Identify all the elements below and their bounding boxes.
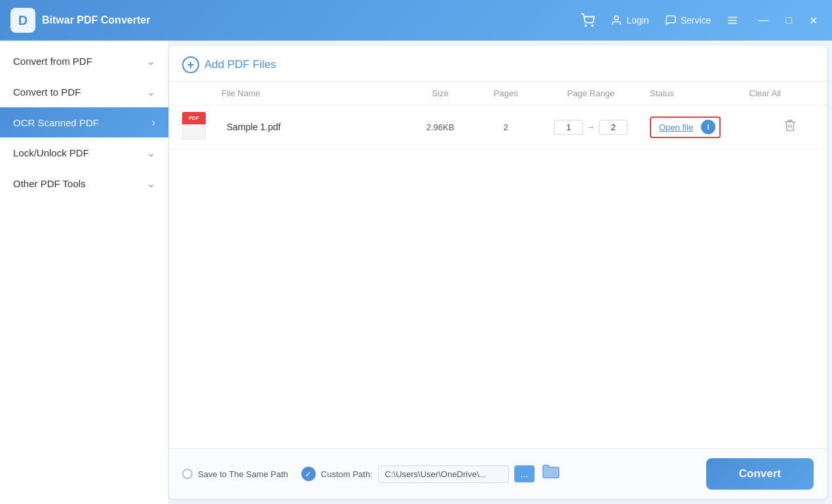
table-row: PDF Sample 1.pdf 2.96KB 2 →: [169, 105, 827, 149]
chevron-down-icon: ⌄: [147, 55, 155, 67]
convert-button[interactable]: Convert: [706, 458, 814, 490]
add-pdf-files-button[interactable]: + Add PDF Files: [182, 56, 276, 73]
path-dots-button[interactable]: ...: [514, 465, 535, 482]
svg-text:PDF: PDF: [189, 115, 199, 121]
svg-point-2: [586, 25, 587, 26]
custom-path-option: ✓ Custom Path: ...: [301, 465, 562, 483]
svg-point-4: [615, 16, 618, 20]
pdf-file-icon: PDF: [182, 112, 206, 139]
sidebar-item-convert-to-pdf[interactable]: Convert to PDF ⌄: [0, 77, 168, 107]
sidebar-label: OCR Scanned PDF: [13, 117, 99, 128]
content-header: + Add PDF Files: [169, 46, 827, 82]
custom-path-label: Custom Path:: [321, 469, 373, 479]
file-pages: 2: [480, 122, 532, 132]
chevron-right-icon: ›: [152, 117, 155, 128]
close-button[interactable]: ✕: [805, 13, 822, 28]
sidebar: Convert from PDF ⌄ Convert to PDF ⌄ OCR …: [0, 41, 169, 504]
content-area: + Add PDF Files File Name Size Pages Pag…: [169, 46, 827, 499]
chevron-down-icon: ⌄: [147, 147, 155, 159]
delete-file-button[interactable]: [781, 116, 799, 139]
page-range: →: [532, 120, 650, 135]
sidebar-label: Lock/Unlock PDF: [13, 147, 89, 158]
file-table: File Name Size Pages Page Range Status C…: [169, 82, 827, 448]
sidebar-item-convert-from-pdf[interactable]: Convert from PDF ⌄: [0, 46, 168, 77]
svg-text:D: D: [18, 13, 28, 27]
login-label: Login: [626, 15, 649, 26]
status-highlight-box: Open file i: [650, 117, 721, 138]
add-files-label: Add PDF Files: [204, 58, 276, 71]
col-status-header: Status Clear All: [650, 88, 781, 98]
login-button[interactable]: Login: [611, 14, 649, 26]
open-file-button[interactable]: Open file: [655, 120, 697, 135]
custom-path-input[interactable]: [378, 465, 509, 483]
service-label: Service: [681, 15, 711, 26]
chevron-down-icon: ⌄: [147, 177, 155, 190]
file-name: Sample 1.pdf: [221, 122, 401, 132]
chevron-down-icon: ⌄: [147, 86, 155, 98]
menu-button[interactable]: [727, 14, 738, 26]
sidebar-label: Other PDF Tools: [13, 178, 86, 189]
clear-all-button[interactable]: Clear All: [749, 88, 781, 98]
radio-unchecked-icon: [182, 469, 193, 479]
col-size: Size: [401, 88, 480, 98]
cart-button[interactable]: [580, 13, 595, 27]
title-bar: D Bitwar PDF Converter Login Service: [0, 0, 832, 41]
delete-cell: [781, 116, 814, 139]
service-button[interactable]: Service: [665, 14, 711, 26]
sidebar-label: Convert to PDF: [13, 86, 81, 98]
check-icon: ✓: [301, 467, 316, 481]
main-layout: Convert from PDF ⌄ Convert to PDF ⌄ OCR …: [0, 41, 832, 504]
sidebar-item-ocr-scanned-pdf[interactable]: OCR Scanned PDF ›: [0, 107, 168, 137]
col-filename: File Name: [221, 88, 401, 98]
table-header: File Name Size Pages Page Range Status C…: [169, 82, 827, 105]
maximize-button[interactable]: □: [782, 13, 796, 27]
col-pages: Pages: [480, 88, 532, 98]
save-same-path-label: Save to The Same Path: [198, 469, 288, 479]
file-icon-cell: PDF: [182, 112, 221, 142]
app-logo: D: [10, 8, 35, 33]
title-nav: Login Service: [580, 13, 738, 27]
sidebar-item-lock-unlock-pdf[interactable]: Lock/Unlock PDF ⌄: [0, 137, 168, 168]
folder-icon: [542, 465, 559, 479]
folder-button[interactable]: [540, 465, 562, 483]
minimize-button[interactable]: —: [754, 13, 772, 27]
status-cell: Open file i: [650, 117, 781, 138]
sidebar-label: Convert from PDF: [13, 56, 92, 67]
window-controls: — □ ✕: [754, 13, 822, 28]
info-icon: i: [701, 120, 715, 134]
plus-icon: +: [182, 56, 199, 73]
app-title: Bitwar PDF Converter: [42, 14, 580, 26]
content-footer: Save to The Same Path ✓ Custom Path: ...…: [169, 448, 827, 499]
arrow-icon: →: [587, 122, 595, 132]
sidebar-item-other-pdf-tools[interactable]: Other PDF Tools ⌄: [0, 168, 168, 199]
file-size: 2.96KB: [401, 122, 480, 132]
page-range-end-input[interactable]: [599, 120, 628, 135]
page-range-start-input[interactable]: [554, 120, 583, 135]
status-header-label: Status: [650, 88, 674, 98]
col-pagerange: Page Range: [532, 88, 650, 98]
save-same-path-option[interactable]: Save to The Same Path: [182, 469, 288, 479]
svg-point-3: [592, 25, 594, 26]
